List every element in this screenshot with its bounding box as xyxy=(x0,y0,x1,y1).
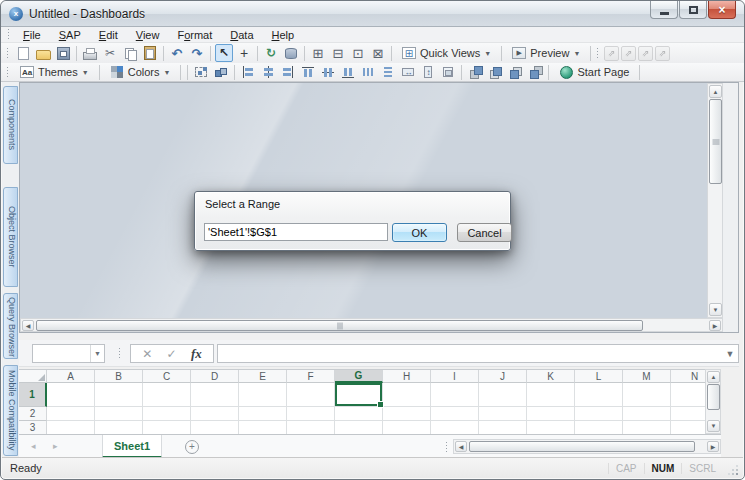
themes-button[interactable]: Themes▼ xyxy=(14,64,95,80)
preview-button[interactable]: Preview▼ xyxy=(506,45,586,61)
cell-E3[interactable] xyxy=(239,421,287,435)
cell-M3[interactable] xyxy=(623,421,671,435)
menu-view[interactable]: View xyxy=(127,28,169,42)
cell-K1[interactable] xyxy=(527,383,575,407)
menu-sap[interactable]: SAP xyxy=(50,28,90,42)
cell-K3[interactable] xyxy=(527,421,575,435)
resize-grip[interactable] xyxy=(727,464,739,476)
align-bottom-icon[interactable] xyxy=(339,63,357,81)
row-header-3[interactable]: 3 xyxy=(19,421,47,435)
cell-E1[interactable] xyxy=(239,383,287,407)
cell-L2[interactable] xyxy=(575,407,623,421)
scroll-right-icon[interactable]: ▶ xyxy=(709,320,721,331)
cell-A1[interactable] xyxy=(47,383,95,407)
column-header-G[interactable]: G xyxy=(335,370,383,383)
column-header-I[interactable]: I xyxy=(431,370,479,383)
sidebar-tab-object-browser[interactable]: Object Browser xyxy=(3,187,18,287)
column-header-K[interactable]: K xyxy=(527,370,575,383)
send-backward-icon[interactable] xyxy=(506,63,524,81)
start-page-button[interactable]: Start Page xyxy=(553,64,635,80)
column-header-L[interactable]: L xyxy=(575,370,623,383)
redo-icon[interactable] xyxy=(188,44,206,62)
scroll-left-icon[interactable]: ◀ xyxy=(22,320,34,331)
fit-canvas-components-icon[interactable] xyxy=(349,44,367,62)
bring-forward-icon[interactable] xyxy=(486,63,504,81)
space-evenly-across-icon[interactable] xyxy=(359,63,377,81)
undo-icon[interactable] xyxy=(168,44,186,62)
quick-views-button[interactable]: Quick Views▼ xyxy=(396,45,497,61)
menu-file[interactable]: File xyxy=(14,28,50,42)
cell-D3[interactable] xyxy=(191,421,239,435)
cell-B1[interactable] xyxy=(95,383,143,407)
cell-D1[interactable] xyxy=(191,383,239,407)
sheet-scroll-left-icon[interactable]: ◀ xyxy=(455,441,467,452)
manage-connections-icon[interactable] xyxy=(262,44,280,62)
column-header-M[interactable]: M xyxy=(623,370,671,383)
cell-K2[interactable] xyxy=(527,407,575,421)
cell-I3[interactable] xyxy=(431,421,479,435)
menu-help[interactable]: Help xyxy=(263,28,304,42)
same-size-icon[interactable] xyxy=(439,63,457,81)
sheet-scroll-up-icon[interactable]: ▲ xyxy=(707,371,720,383)
sidebar-tab-query-browser[interactable]: Query Browser xyxy=(3,293,18,359)
cell-H1[interactable] xyxy=(383,383,431,407)
range-input[interactable] xyxy=(204,223,388,241)
cell-M1[interactable] xyxy=(623,383,671,407)
menu-format[interactable]: Format xyxy=(168,28,221,42)
sheet-tab-sheet1[interactable]: Sheet1 xyxy=(102,435,162,458)
cell-G2[interactable] xyxy=(335,407,383,421)
add-component-icon[interactable] xyxy=(235,44,253,62)
cancel-entry-icon[interactable]: ✕ xyxy=(142,347,152,361)
export-pdf-icon[interactable] xyxy=(638,46,653,61)
canvas-horizontal-scrollbar[interactable]: ◀ ▶ xyxy=(20,318,723,332)
maximize-button[interactable] xyxy=(679,1,707,19)
export-outlook-icon[interactable] xyxy=(655,46,670,61)
export-word-icon[interactable] xyxy=(621,46,636,61)
title-bar[interactable]: x Untitled - Dashboards × xyxy=(1,1,744,27)
increase-canvas-icon[interactable] xyxy=(309,44,327,62)
expand-formula-bar-icon[interactable]: ▼ xyxy=(722,349,738,359)
sheet-horizontal-scrollbar[interactable]: ◀ ▶ xyxy=(453,439,721,454)
same-width-icon[interactable] xyxy=(399,63,417,81)
cell-G1[interactable] xyxy=(335,383,383,407)
align-middle-icon[interactable] xyxy=(319,63,337,81)
cell-C1[interactable] xyxy=(143,383,191,407)
cut-icon[interactable] xyxy=(101,44,119,62)
canvas-hscroll-thumb[interactable] xyxy=(36,320,643,331)
cell-J3[interactable] xyxy=(479,421,527,435)
save-icon[interactable] xyxy=(54,44,72,62)
space-evenly-down-icon[interactable] xyxy=(379,63,397,81)
column-header-H[interactable]: H xyxy=(383,370,431,383)
select-all-corner[interactable] xyxy=(19,370,47,383)
canvas-vscroll-thumb[interactable] xyxy=(709,99,722,184)
formula-field[interactable]: ▼ xyxy=(217,344,739,363)
column-header-A[interactable]: A xyxy=(47,370,95,383)
name-box-input[interactable] xyxy=(33,348,90,360)
row-header-1[interactable]: 1 xyxy=(19,383,47,407)
select-tool-icon[interactable] xyxy=(215,44,233,62)
align-right-icon[interactable] xyxy=(279,63,297,81)
cell-A3[interactable] xyxy=(47,421,95,435)
cell-H2[interactable] xyxy=(383,407,431,421)
cell-A2[interactable] xyxy=(47,407,95,421)
cell-I1[interactable] xyxy=(431,383,479,407)
minimize-button[interactable] xyxy=(650,1,678,19)
insert-function-icon[interactable]: fx xyxy=(191,346,202,362)
cell-L1[interactable] xyxy=(575,383,623,407)
column-header-D[interactable]: D xyxy=(191,370,239,383)
data-manager-icon[interactable] xyxy=(282,44,300,62)
cell-B2[interactable] xyxy=(95,407,143,421)
cell-J2[interactable] xyxy=(479,407,527,421)
cancel-button[interactable]: Cancel xyxy=(457,223,512,242)
sidebar-tab-components[interactable]: Components xyxy=(3,86,18,164)
next-sheet-icon[interactable]: ▸ xyxy=(53,441,58,451)
cell-J1[interactable] xyxy=(479,383,527,407)
sheet-scroll-right-icon[interactable]: ▶ xyxy=(707,441,719,452)
cell-F2[interactable] xyxy=(287,407,335,421)
ungroup-icon[interactable] xyxy=(212,63,230,81)
print-icon[interactable] xyxy=(81,44,99,62)
cell-L3[interactable] xyxy=(575,421,623,435)
menu-edit[interactable]: Edit xyxy=(90,28,127,42)
send-to-back-icon[interactable] xyxy=(526,63,544,81)
column-header-J[interactable]: J xyxy=(479,370,527,383)
